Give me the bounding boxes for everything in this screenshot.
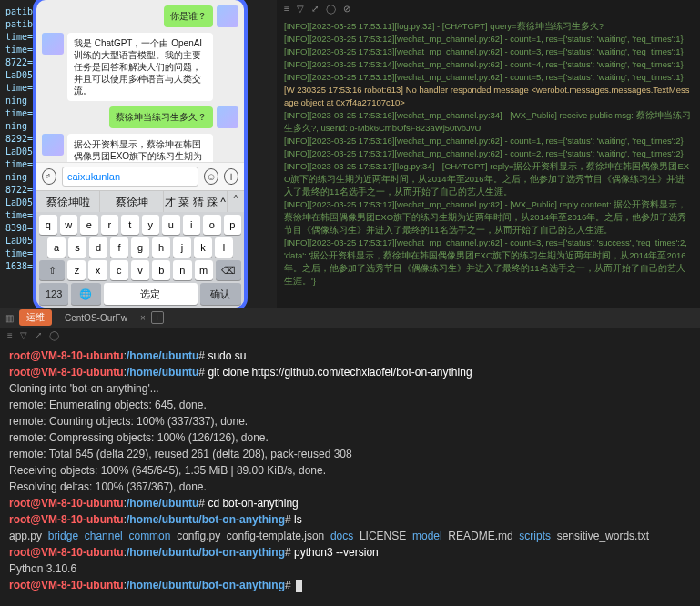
key-d[interactable]: d xyxy=(89,237,107,258)
key-r[interactable]: r xyxy=(101,215,119,235)
ime-candidate[interactable]: 蔡徐坤啦 xyxy=(36,191,100,213)
bubble-text: 我是 ChatGPT，一个由 OpenAI 训练的大型语言模型。我的主要任务是回… xyxy=(67,33,213,101)
terminal-tab-active[interactable]: 运维 xyxy=(19,309,52,326)
chat-msg-user: 蔡徐坤当练习生多久？ xyxy=(42,106,238,128)
globe-icon[interactable]: 🌐 xyxy=(71,283,100,305)
chat-msg-bot: 据公开资料显示，蔡徐坤在韩国偶像男团EXO旗下的练习生期为近两年时间，从 201… xyxy=(42,134,238,162)
chat-msg-bot: 我是 ChatGPT，一个由 OpenAI 训练的大型语言模型。我的主要任务是回… xyxy=(42,33,238,101)
circle-icon[interactable]: ◯ xyxy=(49,330,59,340)
ime-candidate-bar: 蔡徐坤啦 蔡徐坤 才 菜 猜 踩 ^ ˄ xyxy=(36,190,244,212)
bubble-text: 据公开资料显示，蔡徐坤在韩国偶像男团EXO旗下的练习生期为近两年时间，从 201… xyxy=(67,134,213,162)
sidebar-icon[interactable]: ▥ xyxy=(5,313,14,323)
filter-icon[interactable]: ≡ xyxy=(7,330,13,340)
avatar xyxy=(42,134,64,156)
log-line: [W 230325 17:53:16 robot:613] No handler… xyxy=(284,84,693,109)
key-a[interactable]: a xyxy=(47,237,66,258)
log-line: [INFO][2023-03-25 17:53:14][wechat_mp_ch… xyxy=(284,58,693,71)
key-s[interactable]: s xyxy=(68,237,86,258)
chevron-up-icon[interactable]: ˄ xyxy=(228,193,244,210)
terminal-output[interactable]: root@VM-8-10-ubuntu:/home/ubuntu# sudo s… xyxy=(0,342,700,606)
toolbar-icon[interactable]: ⤢ xyxy=(311,4,319,14)
key-u[interactable]: u xyxy=(162,215,180,235)
key-backspace[interactable]: ⌫ xyxy=(216,260,241,280)
chat-input-bar: ☺ + xyxy=(36,162,244,190)
plus-icon[interactable]: + xyxy=(224,168,238,185)
key-w[interactable]: w xyxy=(60,215,78,235)
toolbar-icon[interactable]: ⊘ xyxy=(343,4,350,14)
emoji-icon[interactable]: ☺ xyxy=(204,168,218,185)
log-line: [INFO][2023-03-25 17:53:17][wechat_mp_ch… xyxy=(284,237,693,288)
key-l[interactable]: l xyxy=(215,237,233,258)
key-c[interactable]: c xyxy=(110,260,128,280)
key-n[interactable]: n xyxy=(173,260,191,280)
terminal-tabbar: ▥ 运维 CentOS-OurFw × + xyxy=(0,308,700,328)
ide-left-pane: patible> t initial com patible> time='20… xyxy=(0,0,277,308)
key-e[interactable]: e xyxy=(80,215,98,235)
key-q[interactable]: q xyxy=(39,215,57,235)
log-line: [INFO][2023-03-25 17:53:17][wechat_mp_ch… xyxy=(284,147,693,160)
bubble-text: 蔡徐坤当练习生多久？ xyxy=(109,106,213,128)
add-tab-button[interactable]: + xyxy=(151,311,164,324)
log-line: [INFO][2023-03-25 17:53:12][wechat_mp_ch… xyxy=(284,33,693,45)
terminal-tab[interactable]: CentOS-OurFw xyxy=(57,311,135,325)
key-y[interactable]: y xyxy=(142,215,160,235)
log-line: [INFO][2023-03-25 17:53:17][wechat_mp_ch… xyxy=(284,198,693,237)
key-m[interactable]: m xyxy=(195,260,213,280)
log-line: [INFO][2023-03-25 17:53:11][log.py:32] -… xyxy=(284,20,693,33)
log-line: [INFO][2023-03-25 17:53:16][wechat_mp_ch… xyxy=(284,109,693,135)
ime-candidate[interactable]: 才 菜 猜 踩 ^ xyxy=(164,191,228,213)
server-log-pane: ≡▽⤢◯⊘ [INFO][2023-03-25 17:53:11][log.py… xyxy=(277,0,700,308)
chat-scroll[interactable]: 你是谁？ 我是 ChatGPT，一个由 OpenAI 训练的大型语言模型。我的主… xyxy=(36,0,244,162)
log-line: [INFO][2023-03-25 17:53:16][wechat_mp_ch… xyxy=(284,135,693,147)
ime-candidate[interactable]: 蔡徐坤 xyxy=(100,191,164,213)
key-select[interactable]: 选定 xyxy=(104,283,198,305)
log-toolbar: ≡▽⤢◯⊘ xyxy=(277,0,700,16)
toolbar-icon[interactable]: ≡ xyxy=(284,4,289,14)
key-v[interactable]: v xyxy=(131,260,149,280)
bubble-text: 你是谁？ xyxy=(164,5,213,27)
key-h[interactable]: h xyxy=(152,237,170,258)
chat-msg-user: 你是谁？ xyxy=(42,5,238,27)
key-j[interactable]: j xyxy=(173,237,191,258)
key-123[interactable]: 123 xyxy=(39,283,68,305)
terminal-window: ▥ 运维 CentOS-OurFw × + ≡ ▽ ⤢ ◯ root@VM-8-… xyxy=(0,308,700,606)
server-log-output[interactable]: [INFO][2023-03-25 17:53:11][log.py:32] -… xyxy=(277,16,700,308)
key-b[interactable]: b xyxy=(152,260,170,280)
key-o[interactable]: o xyxy=(203,215,221,235)
log-line: [INFO][2023-03-25 17:53:17][log.py:34] -… xyxy=(284,160,693,198)
cursor xyxy=(296,580,302,592)
avatar xyxy=(217,5,238,27)
key-g[interactable]: g xyxy=(131,237,149,258)
voice-icon[interactable] xyxy=(42,168,56,185)
close-icon[interactable]: × xyxy=(140,313,146,323)
expand-icon[interactable]: ⤢ xyxy=(35,330,42,340)
toolbar-icon[interactable]: ◯ xyxy=(326,4,336,14)
toolbar-icon[interactable]: ▽ xyxy=(297,4,304,14)
wechat-phone-mock: 你是谁？ 我是 ChatGPT，一个由 OpenAI 训练的大型语言模型。我的主… xyxy=(33,0,248,308)
log-line: [INFO][2023-03-25 17:53:15][wechat_mp_ch… xyxy=(284,71,693,84)
avatar xyxy=(42,33,64,55)
funnel-icon[interactable]: ▽ xyxy=(20,330,27,340)
key-confirm[interactable]: 确认 xyxy=(200,283,241,305)
soft-keyboard: qwertyuiop asdfghjkl ⇧zxcvbnm⌫ 123 🌐 选定 … xyxy=(36,212,244,308)
key-x[interactable]: x xyxy=(88,260,107,280)
terminal-subbar: ≡ ▽ ⤢ ◯ xyxy=(0,328,700,342)
key-shift[interactable]: ⇧ xyxy=(39,260,65,280)
key-t[interactable]: t xyxy=(121,215,139,235)
chat-text-input[interactable] xyxy=(62,167,198,187)
key-z[interactable]: z xyxy=(67,260,86,280)
key-f[interactable]: f xyxy=(110,237,128,258)
key-p[interactable]: p xyxy=(224,215,242,235)
key-k[interactable]: k xyxy=(194,237,212,258)
log-line: [INFO][2023-03-25 17:53:13][wechat_mp_ch… xyxy=(284,45,693,58)
key-i[interactable]: i xyxy=(183,215,201,235)
avatar xyxy=(217,106,238,128)
